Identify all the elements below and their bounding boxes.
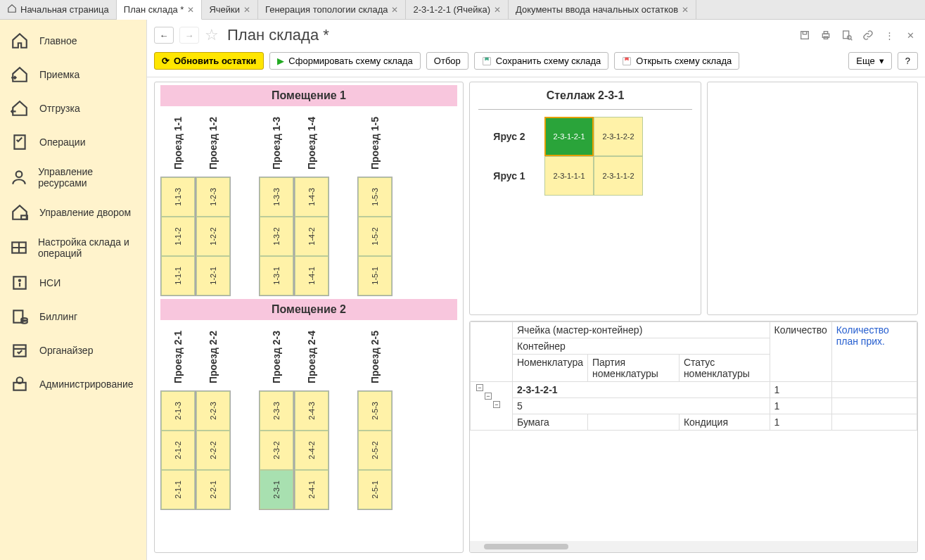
warehouse-cell[interactable]: 1-4-3	[295, 177, 328, 217]
sidebar-item-admin[interactable]: Администрирование	[0, 367, 146, 401]
warehouse-cell[interactable]: 2-2-1	[196, 470, 230, 509]
sidebar-item-billing[interactable]: Биллинг	[0, 300, 146, 333]
favorite-icon[interactable]: ☆	[205, 26, 219, 44]
tab-plan[interactable]: План склада *✕	[117, 0, 203, 20]
link-icon[interactable]	[860, 27, 876, 43]
empty-scroll[interactable]	[708, 82, 917, 314]
nav-forward-button[interactable]: →	[179, 27, 199, 44]
warehouse-cell[interactable]: 2-4-3	[295, 391, 328, 431]
tab-generate[interactable]: Генерация топологии склада✕	[258, 0, 406, 19]
warehouse-cell[interactable]: 2-3-2	[260, 431, 293, 470]
sidebar-item-main[interactable]: Главное	[0, 24, 146, 58]
room-title: Помещение 2	[160, 299, 457, 320]
more-icon[interactable]: ⋮	[881, 27, 897, 43]
warehouse-cell[interactable]: 2-1-3	[161, 391, 195, 431]
col-batch[interactable]: Партия номенклатуры	[587, 355, 679, 382]
aisle-label: Проезд 1-3	[271, 112, 282, 175]
warehouse-cell[interactable]: 1-3-1	[260, 256, 293, 295]
warehouse-cell[interactable]: 1-2-2	[196, 217, 230, 256]
warehouse-cell[interactable]: 2-5-2	[358, 431, 392, 470]
calendar-icon	[10, 341, 30, 360]
layout-icon	[10, 238, 28, 257]
warehouse-cell[interactable]: 1-5-3	[358, 177, 392, 217]
sidebar-item-organizer[interactable]: Органайзер	[0, 333, 146, 367]
button-label: Еще	[856, 56, 874, 66]
table-scroll[interactable]: Ячейка (мастер-контейнер) Количество Кол…	[470, 322, 917, 541]
col-qty-plan[interactable]: Количество план прих.	[831, 322, 917, 382]
warehouse-cell[interactable]: 1-4-2	[295, 217, 328, 256]
sidebar-item-label: Операции	[39, 136, 86, 148]
save-scheme-button[interactable]: Сохранить схему склада	[474, 52, 608, 70]
col-cell[interactable]: Ячейка (мастер-контейнер)	[513, 322, 770, 338]
rack-scroll[interactable]: Стеллаж 2-3-1 Ярус 22-3-1-2-12-3-1-2-2Яр…	[470, 82, 701, 314]
sidebar-item-nsi[interactable]: НСИ	[0, 266, 146, 300]
warehouse-cell[interactable]: 1-3-3	[260, 177, 293, 217]
rack-cell[interactable]: 2-3-1-2-1	[544, 117, 594, 156]
tab-home[interactable]: Начальная страница	[0, 0, 117, 19]
warehouse-cell[interactable]: 2-2-2	[196, 431, 230, 470]
rooms-scroll[interactable]: Помещение 1Проезд 1-11-1-31-1-21-1-1Прое…	[155, 82, 463, 552]
tab-home-label: Начальная страница	[20, 4, 109, 15]
warehouse-cell[interactable]: 2-3-1	[260, 470, 293, 509]
warehouse-cell[interactable]: 1-2-3	[196, 177, 230, 217]
rack-cell[interactable]: 2-3-1-2-2	[594, 117, 643, 156]
sidebar-item-resources[interactable]: Управление ресурсами	[0, 159, 146, 196]
warehouse-cell[interactable]: 1-1-2	[161, 217, 195, 256]
data-table[interactable]: Ячейка (мастер-контейнер) Количество Кол…	[470, 322, 917, 431]
sidebar-item-label: Отгрузка	[39, 103, 80, 114]
close-icon[interactable]: ✕	[187, 5, 194, 15]
col-qty[interactable]: Количество	[770, 322, 831, 382]
warehouse-cell[interactable]: 1-1-3	[161, 177, 195, 217]
table-row[interactable]: −−−2-3-1-2-11	[471, 382, 917, 398]
col-container[interactable]: Контейнер	[513, 338, 770, 355]
close-icon[interactable]: ✕	[682, 5, 689, 15]
warehouse-cell[interactable]: 1-3-2	[260, 217, 293, 256]
save-icon[interactable]	[797, 27, 812, 43]
help-button[interactable]: ?	[898, 52, 918, 70]
warehouse-cell[interactable]: 1-4-1	[295, 256, 328, 295]
col-status[interactable]: Статус номенклатуры	[679, 355, 770, 382]
more-button[interactable]: Еще ▾	[848, 52, 891, 70]
truck-icon	[10, 203, 30, 222]
tab-cell-detail[interactable]: 2-3-1-2-1 (Ячейка)✕	[406, 0, 509, 19]
warehouse-cell[interactable]: 2-4-1	[295, 470, 328, 509]
warehouse-cell[interactable]: 2-4-2	[295, 431, 328, 470]
sidebar-item-wh-settings[interactable]: Настройка склада и операций	[0, 229, 146, 266]
sidebar-item-label: Настройка склада и операций	[38, 236, 138, 259]
sidebar-item-yard[interactable]: Управление двором	[0, 196, 146, 229]
sidebar-item-receiving[interactable]: Приемка	[0, 58, 146, 91]
table-row[interactable]: 51	[471, 398, 917, 414]
open-scheme-button[interactable]: Открыть схему склада	[614, 52, 739, 70]
hscrollbar[interactable]	[470, 541, 917, 552]
rack-cell[interactable]: 2-3-1-1-1	[544, 156, 594, 196]
col-nomen[interactable]: Номенклатура	[513, 355, 588, 382]
warehouse-cell[interactable]: 2-5-3	[358, 391, 392, 431]
build-scheme-button[interactable]: ▶Сформировать схему склада	[269, 52, 421, 70]
tab-label: Документы ввода начальных остатков	[516, 4, 678, 15]
filter-button[interactable]: Отбор	[426, 52, 468, 70]
close-icon[interactable]: ✕	[243, 5, 250, 15]
warehouse-cell[interactable]: 2-5-1	[358, 470, 392, 509]
warehouse-cell[interactable]: 1-2-1	[196, 256, 230, 295]
refresh-button[interactable]: ⟳Обновить остатки	[154, 52, 264, 70]
warehouse-cell[interactable]: 2-1-1	[161, 470, 195, 509]
aisle-label: Проезд 2-5	[369, 326, 381, 389]
close-icon[interactable]: ✕	[391, 5, 398, 15]
warehouse-cell[interactable]: 1-5-2	[358, 217, 392, 256]
close-page-icon[interactable]: ✕	[902, 27, 918, 43]
warehouse-cell[interactable]: 1-1-1	[161, 256, 195, 295]
search-page-icon[interactable]	[839, 27, 855, 43]
sidebar-item-shipping[interactable]: Отгрузка	[0, 91, 146, 125]
close-icon[interactable]: ✕	[494, 5, 501, 15]
sidebar-item-operations[interactable]: Операции	[0, 125, 146, 159]
tab-docs[interactable]: Документы ввода начальных остатков✕	[509, 0, 696, 19]
rack-cell[interactable]: 2-3-1-1-2	[594, 156, 643, 196]
tab-cells[interactable]: Ячейки✕	[202, 0, 258, 19]
warehouse-cell[interactable]: 2-1-2	[161, 431, 195, 470]
table-row[interactable]: БумагаКондиция1	[471, 414, 917, 431]
print-icon[interactable]	[818, 27, 834, 43]
warehouse-cell[interactable]: 2-3-3	[260, 391, 293, 431]
nav-back-button[interactable]: ←	[154, 27, 174, 44]
warehouse-cell[interactable]: 1-5-1	[358, 256, 392, 295]
warehouse-cell[interactable]: 2-2-3	[196, 391, 230, 431]
